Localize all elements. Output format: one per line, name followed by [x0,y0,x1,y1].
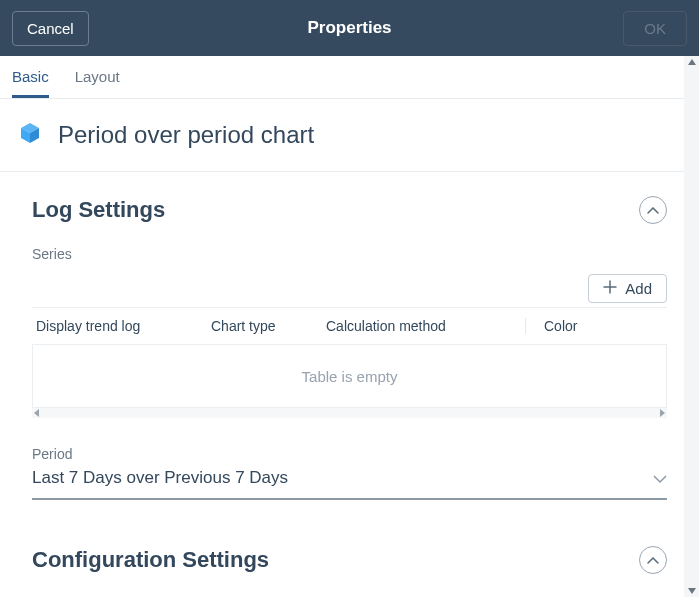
tab-layout[interactable]: Layout [75,68,120,98]
add-series-label: Add [625,280,652,297]
chevron-up-icon [647,203,659,218]
series-table: Display trend log Chart type Calculation… [32,307,667,418]
content-scroll-area: Basic Layout Period over period chart Lo… [0,56,699,597]
page-title: Period over period chart [58,121,314,149]
plus-icon [603,280,617,297]
collapse-log-settings-button[interactable] [639,196,667,224]
column-chart-type[interactable]: Chart type [211,318,326,334]
section-header-log: Log Settings [32,196,667,224]
cube-icon [18,121,42,149]
dialog-title: Properties [307,18,391,38]
column-color[interactable]: Color [526,318,663,334]
header-bar: Cancel Properties OK [0,0,699,56]
series-toolbar: Add [32,274,667,303]
period-value: Last 7 Days over Previous 7 Days [32,468,288,488]
series-label: Series [32,246,667,262]
series-field: Series Add Display trend log Chart type … [32,246,667,418]
add-series-button[interactable]: Add [588,274,667,303]
ok-button[interactable]: OK [623,11,687,46]
section-configuration-settings: Configuration Settings Caption [0,510,699,597]
tab-basic[interactable]: Basic [12,68,49,98]
section-title-config: Configuration Settings [32,547,269,573]
section-log-settings: Log Settings Series Add Display tre [0,172,699,510]
section-header-config: Configuration Settings [32,546,667,574]
horizontal-scrollbar[interactable] [32,408,667,418]
cancel-button[interactable]: Cancel [12,11,89,46]
column-display-trend-log[interactable]: Display trend log [36,318,211,334]
series-table-headers: Display trend log Chart type Calculation… [32,308,667,344]
page-title-row: Period over period chart [0,99,699,172]
tabs-bar: Basic Layout [0,56,699,99]
section-title-log: Log Settings [32,197,165,223]
period-dropdown[interactable]: Period Last 7 Days over Previous 7 Days [32,446,667,500]
chevron-down-icon [653,470,667,488]
collapse-config-settings-button[interactable] [639,546,667,574]
scroll-down-arrow-icon [688,588,696,594]
series-table-empty: Table is empty [32,344,667,408]
scroll-up-arrow-icon [688,59,696,65]
period-label: Period [32,446,288,462]
column-calculation-method[interactable]: Calculation method [326,318,526,334]
chevron-up-icon [647,553,659,568]
vertical-scrollbar[interactable] [684,56,699,597]
